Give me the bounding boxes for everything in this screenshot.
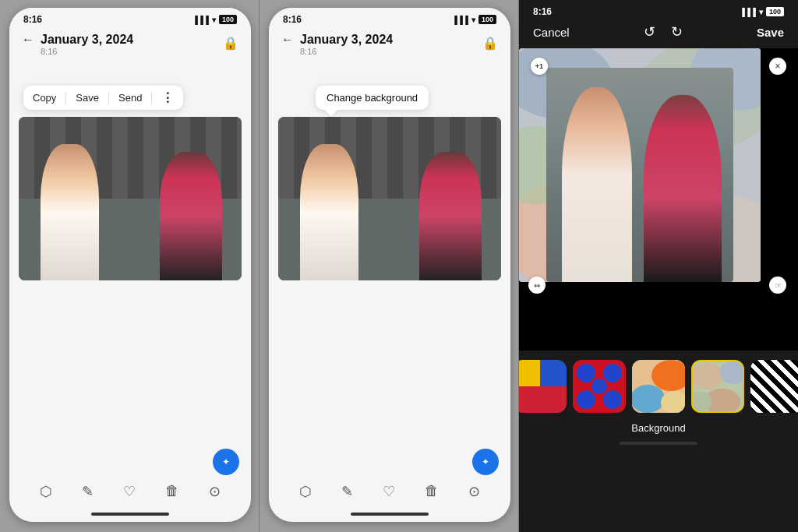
resize-left-handle[interactable]: ⇔ [528,277,546,294]
editor-toolbar: Cancel ↺ ↻ Save [519,20,798,48]
header-date-1: January 3, 2024 [41,33,133,47]
panel-2: 8:16 ▐▐▐ ▾ 100 ← January 3, 2024 8:16 🔒 … [260,0,519,532]
swatch-red-pattern[interactable] [573,360,626,413]
more-menu-button[interactable]: ⋮ [161,90,174,105]
tooltip-text: Change background [327,92,418,104]
subject-people[interactable] [546,68,733,282]
editor-bottom-panel: Background [519,351,798,434]
ai-icon-2: ✦ [482,456,489,467]
swatch-red-right [540,386,567,413]
resize-right-handle[interactable]: ☞ [769,277,786,294]
header-date-2: January 3, 2024 [300,33,393,47]
divider-1 [65,92,66,104]
ai-button-2[interactable]: ✦ [472,449,499,475]
redo-button[interactable]: ↻ [671,23,683,41]
close-icon: × [775,61,780,72]
red-pattern-svg [573,360,626,413]
status-bar-1: 8:16 ▐▐▐ ▾ 100 [9,8,251,28]
add-layer-handle[interactable]: +1 [531,58,548,75]
swatch-stripes[interactable] [750,360,798,413]
close-handle[interactable]: × [769,58,786,75]
swatch-abstract-selected[interactable] [691,360,744,413]
swatch-blue [540,360,567,386]
svg-point-12 [603,390,622,409]
copy-button[interactable]: Copy [33,92,56,104]
editor-status-icons: ▐▐▐ ▾ 100 [740,7,784,16]
bottom-toolbar-2: ⬡ ✎ ♡ 🗑 ⊙ [269,483,510,500]
svg-point-10 [603,364,622,382]
more-icon-2[interactable]: ⊙ [468,483,480,500]
lock-icon-1: 🔒 [223,36,238,51]
ai-icon-1: ✦ [222,456,230,467]
editor-wifi-icon: ▾ [759,8,763,16]
svg-point-11 [577,390,595,409]
status-bar-2: 8:16 ▐▐▐ ▾ 100 [269,8,510,28]
undo-redo-group: ↺ ↻ [644,23,683,41]
status-time-1: 8:16 [23,14,42,25]
panel-3-editor: 8:16 ▐▐▐ ▾ 100 Cancel ↺ ↻ Save [519,0,798,532]
battery-icon-2: 100 [478,15,496,24]
header-left-1: ← January 3, 2024 8:16 [22,33,133,56]
share-icon-1[interactable]: ⬡ [40,483,52,500]
header-time-2: 8:16 [300,47,393,56]
back-button-2[interactable]: ← [281,33,294,47]
signal-icon: ▐▐▐ [192,16,209,24]
context-menu: Copy Save Send ⋮ [23,86,183,110]
signal-icon-2: ▐▐▐ [452,16,468,24]
tooltip-change-background: Change background [316,86,429,110]
svg-point-19 [693,363,724,389]
editor-battery-icon: 100 [766,7,784,16]
bottom-toolbar-1: ⬡ ✎ ♡ 🗑 ⊙ [9,483,251,500]
phone-screen-2: 8:16 ▐▐▐ ▾ 100 ← January 3, 2024 8:16 🔒 … [269,8,510,522]
subject-background [546,68,733,282]
send-button[interactable]: Send [118,92,142,104]
back-row-2: ← January 3, 2024 [281,33,393,47]
photo-header-2: ← January 3, 2024 8:16 🔒 [269,28,510,62]
swatch-yellow [519,360,540,386]
resize-right-icon: ☞ [775,281,782,290]
resize-left-icon: ⇔ [534,281,540,290]
ai-button-1[interactable]: ✦ [213,449,239,475]
undo-button[interactable]: ↺ [644,23,655,41]
canvas-gap [519,336,798,351]
delete-icon-2[interactable]: 🗑 [425,483,439,500]
selected-abstract-svg [693,361,743,411]
swatch-abstract-peach[interactable] [632,360,685,413]
home-bar-3 [620,442,697,445]
home-bar-2 [351,513,429,516]
photo-area-1 [19,117,242,280]
share-icon-2[interactable]: ⬡ [299,483,312,500]
editor-signal-icon: ▐▐▐ [740,8,756,16]
header-left-2: ← January 3, 2024 8:16 [281,33,393,56]
battery-icon: 100 [219,15,237,24]
home-bar-1 [91,513,169,516]
back-button-1[interactable]: ← [22,33,34,47]
svg-point-16 [632,385,665,413]
edit-icon-2[interactable]: ✎ [341,483,353,500]
person-boy-2 [419,152,482,280]
wifi-icon-2: ▾ [471,16,475,24]
wifi-icon: ▾ [212,16,216,24]
swatch-color-blocks[interactable] [519,360,567,413]
editor-status-time: 8:16 [533,6,552,17]
person-boy-1 [160,152,222,280]
cancel-button[interactable]: Cancel [533,26,570,39]
background-swatches [527,360,790,422]
photo-header-1: ← January 3, 2024 8:16 🔒 [9,28,251,62]
more-icon-1[interactable]: ⊙ [209,483,221,500]
header-time-1: 8:16 [41,47,133,56]
heart-icon-2[interactable]: ♡ [383,483,395,500]
photo-area-2 [278,117,501,280]
save-button[interactable]: Save [757,26,784,39]
editor-status-bar: 8:16 ▐▐▐ ▾ 100 [519,0,798,20]
panel-1: 8:16 ▐▐▐ ▾ 100 ← January 3, 2024 8:16 🔒 … [0,0,260,532]
heart-icon-1[interactable]: ♡ [123,483,136,500]
delete-icon-1[interactable]: 🗑 [165,483,179,500]
editor-canvas: +1 × ⇔ ☞ [519,48,798,336]
status-icons-2: ▐▐▐ ▾ 100 [452,15,496,24]
divider-3 [151,92,152,104]
swatch-red-left [519,386,540,413]
edit-icon-1[interactable]: ✎ [82,483,94,500]
save-button[interactable]: Save [76,92,99,104]
lock-icon-2: 🔒 [482,36,498,51]
